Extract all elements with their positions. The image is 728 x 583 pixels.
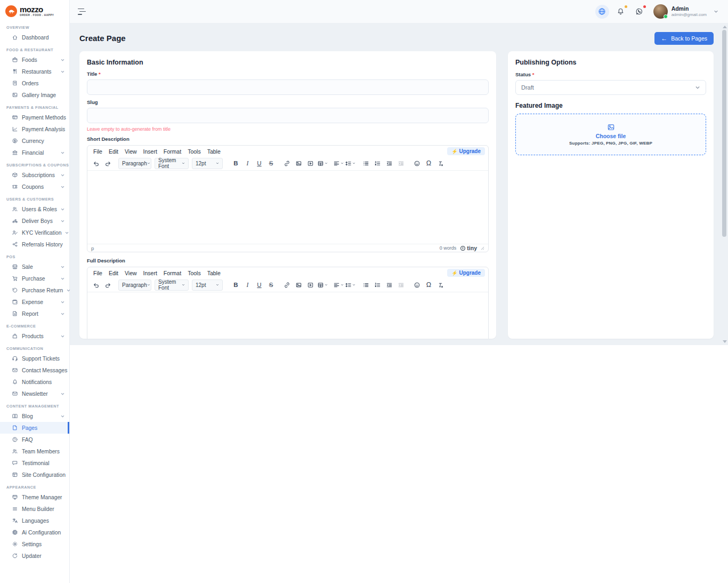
strikethrough-icon[interactable]: S [265, 158, 277, 169]
font-select[interactable]: System Font [155, 279, 189, 291]
menu-insert[interactable]: Insert [140, 269, 160, 277]
menu-format[interactable]: Format [160, 269, 184, 277]
sidebar-item-ai-configuration[interactable]: Ai Configuration [0, 526, 69, 538]
sidebar-item-currency[interactable]: Currency [0, 135, 69, 147]
sidebar-item-pages[interactable]: Pages [0, 422, 69, 434]
sidebar-item-orders[interactable]: Orders [0, 77, 69, 89]
sidebar-item-team-members[interactable]: Team Members [0, 445, 69, 457]
sidebar-item-gallery-image[interactable]: Gallery Image [0, 89, 69, 101]
menu-edit[interactable]: Edit [106, 269, 122, 277]
sidebar-item-payment-methods[interactable]: Payment Methods [0, 111, 69, 123]
scroll-down-arrow[interactable] [723, 340, 727, 343]
title-input[interactable] [87, 79, 489, 95]
tiny-logo[interactable]: tiny [460, 245, 477, 251]
media-icon[interactable] [305, 158, 316, 169]
special-char-icon[interactable]: Ω [423, 279, 434, 291]
italic-icon[interactable]: I [242, 158, 253, 169]
table-icon[interactable] [317, 279, 328, 291]
underline-icon[interactable]: U [254, 279, 265, 291]
sidebar-item-financial[interactable]: Financial [0, 147, 69, 158]
redo-icon[interactable] [102, 158, 114, 169]
bold-icon[interactable]: B [230, 158, 241, 169]
sidebar-item-coupons[interactable]: Coupons [0, 181, 69, 193]
sidebar-item-purchase[interactable]: Purchase [0, 273, 69, 284]
sidebar-item-purchase-return[interactable]: Purchase Return [0, 284, 69, 296]
size-select[interactable]: 12pt [192, 279, 223, 291]
sidebar-item-dashboard[interactable]: Dashboard [0, 31, 69, 43]
full-description-content[interactable] [87, 292, 488, 339]
menu-table[interactable]: Table [204, 147, 224, 156]
clear-formatting-icon[interactable] [435, 158, 446, 169]
sidebar-item-users-roles[interactable]: Users & Roles [0, 203, 69, 215]
emoji-icon[interactable] [411, 279, 423, 291]
outdent-icon[interactable] [384, 279, 395, 291]
sidebar-item-sale[interactable]: Sale [0, 261, 69, 273]
paragraph-select[interactable]: Paragraph [118, 279, 151, 291]
sidebar-item-updater[interactable]: Updater [0, 550, 69, 562]
outdent-icon[interactable] [384, 158, 395, 169]
image-icon[interactable] [293, 158, 304, 169]
special-char-icon[interactable]: Ω [423, 158, 434, 169]
numbered-list-icon[interactable] [372, 279, 383, 291]
upgrade-button[interactable]: ⚡Upgrade [447, 269, 485, 277]
menu-tools[interactable]: Tools [184, 147, 204, 156]
menu-file[interactable]: File [90, 269, 106, 277]
sidebar-item-products[interactable]: Products [0, 330, 69, 342]
line-height-icon[interactable] [344, 279, 355, 291]
table-icon[interactable] [317, 158, 328, 169]
media-icon[interactable] [305, 279, 316, 291]
menu-table[interactable]: Table [204, 269, 224, 277]
sidebar-item-menu-builder[interactable]: Menu Builder [0, 503, 69, 515]
image-icon[interactable] [293, 279, 304, 291]
sidebar-item-settings[interactable]: Settings [0, 538, 69, 550]
content-scrollbar[interactable] [721, 23, 727, 345]
brand-logo[interactable]: mozzo ORDER . FOOD . HAPPY [0, 0, 69, 21]
element-path[interactable]: p [91, 245, 94, 251]
profile-menu[interactable]: Admin admin@gmail.com [653, 4, 718, 19]
sidebar-item-restaurants[interactable]: Restaurants [0, 66, 69, 77]
bullet-list-icon[interactable] [360, 158, 371, 169]
menu-edit[interactable]: Edit [106, 147, 122, 156]
bold-icon[interactable]: B [230, 279, 241, 291]
sidebar-item-subscriptions[interactable]: Subscriptions [0, 169, 69, 181]
short-description-content[interactable] [87, 171, 488, 244]
sidebar-item-newsletter[interactable]: Newsletter [0, 388, 69, 400]
underline-icon[interactable]: U [254, 158, 265, 169]
notifications-button[interactable] [614, 5, 628, 19]
redo-icon[interactable] [102, 279, 114, 291]
back-to-pages-button[interactable]: ← Back to Pages [654, 32, 714, 45]
paragraph-select[interactable]: Paragraph [118, 158, 151, 169]
status-select[interactable]: Draft [515, 80, 706, 95]
language-globe-button[interactable] [595, 5, 609, 19]
strikethrough-icon[interactable]: S [265, 279, 277, 291]
whatsapp-button[interactable] [633, 5, 646, 19]
sidebar-item-payment-analysis[interactable]: Payment Analysis [0, 123, 69, 135]
menu-view[interactable]: View [122, 147, 140, 156]
bullet-list-icon[interactable] [360, 279, 371, 291]
sidebar-item-report[interactable]: Report [0, 308, 69, 320]
resize-handle-icon[interactable] [481, 246, 484, 250]
scrollbar-thumb[interactable] [722, 30, 726, 237]
clear-formatting-icon[interactable] [435, 279, 446, 291]
align-left-icon[interactable] [333, 279, 344, 291]
menu-format[interactable]: Format [160, 147, 184, 156]
menu-view[interactable]: View [122, 269, 140, 277]
sidebar-item-blog[interactable]: Blog [0, 410, 69, 422]
emoji-icon[interactable] [411, 158, 423, 169]
numbered-list-icon[interactable] [372, 158, 383, 169]
sidebar-item-faq[interactable]: FAQ [0, 434, 69, 445]
menu-insert[interactable]: Insert [140, 147, 160, 156]
undo-icon[interactable] [91, 279, 102, 291]
sidebar-item-support-tickets[interactable]: Support Tickets [0, 353, 69, 364]
sidebar-item-expense[interactable]: Expense [0, 296, 69, 308]
line-height-icon[interactable] [344, 158, 355, 169]
sidebar-item-theme-manager[interactable]: Theme Manager [0, 491, 69, 503]
choose-file-link[interactable]: Choose file [596, 133, 626, 139]
sidebar-item-site-configuration[interactable]: Site Configuration [0, 469, 69, 481]
sidebar-item-deliver-boys[interactable]: Deliver Boys [0, 215, 69, 227]
sidebar-item-foods[interactable]: Foods [0, 54, 69, 66]
sidebar-item-testimonial[interactable]: Testimonial [0, 457, 69, 469]
sidebar-item-contact-messages[interactable]: Contact Messages [0, 364, 69, 376]
slug-input[interactable] [87, 108, 489, 123]
link-icon[interactable] [281, 279, 293, 291]
